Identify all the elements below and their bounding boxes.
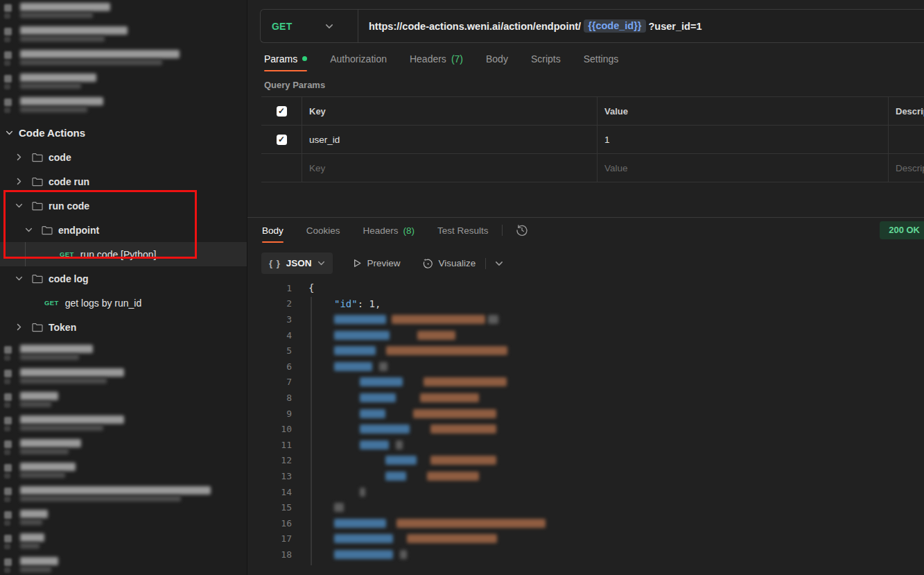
tab-label: Body [262,225,284,236]
redacted-icon [4,417,12,424]
redacted-collection-item[interactable] [3,392,247,415]
visualize-button[interactable]: Visualize [422,258,476,269]
folder-icon [32,153,43,162]
request-get-logs-by-run-id[interactable]: GET get logs by run_id [0,291,247,315]
folder-token[interactable]: Token [0,315,247,339]
redacted-collection-item[interactable] [3,74,247,97]
redacted-json-segment [360,440,389,449]
redacted-json-segment [385,456,417,465]
tab-label: Test Results [437,225,489,236]
tab-label: Cookies [306,225,340,236]
folder-code-run[interactable]: code run [0,169,247,194]
tab-settings[interactable]: Settings [584,46,619,71]
preview-button[interactable]: Preview [353,258,401,268]
divider [485,258,486,269]
response-json-line: 18 [247,547,924,563]
tab-headers[interactable]: Headers (7) [410,46,463,71]
line-number: 16 [247,518,292,529]
redacted-collection-item[interactable] [3,415,247,439]
method-badge: GET [60,250,74,258]
tab-authorization[interactable]: Authorization [330,46,387,71]
line-number: 17 [247,533,292,544]
line-number: 6 [247,361,292,372]
redacted-json-segment [334,346,376,355]
redacted-collection-item[interactable] [3,486,247,510]
redacted-icon [4,98,12,106]
chevron-down-icon[interactable] [25,226,33,234]
tab-label: Headers [410,53,446,65]
chevron-down-icon[interactable] [15,202,23,209]
folder-label: code [49,152,71,163]
collection-code-actions[interactable]: Code Actions [0,121,247,145]
new-param-value-input[interactable] [604,163,888,173]
redacted-json-segment [430,456,496,465]
chevron-right-icon[interactable] [15,153,23,161]
redacted-json-segment [334,331,390,340]
url-variable-chip[interactable]: {{code_id}} [584,19,645,33]
new-param-description-input[interactable] [896,163,924,173]
redacted-icon [4,535,12,542]
line-number: 15 [247,502,292,513]
response-json-viewer[interactable]: 1{2"id": 1,3456789101112131415161718 [247,280,924,565]
tab-test-results[interactable]: Test Results [437,218,489,243]
redacted-json-segment [334,519,386,528]
chevron-right-icon[interactable] [15,178,23,185]
format-dropdown[interactable]: { } JSON [261,252,333,274]
format-label: JSON [286,258,312,268]
tab-scripts[interactable]: Scripts [531,46,561,71]
redacted-collection-item[interactable] [3,439,247,463]
redacted-icon [4,558,12,566]
method-dropdown[interactable]: GET [261,10,358,42]
chevron-down-icon[interactable] [495,259,503,268]
folder-endpoint[interactable]: endpoint [0,218,247,242]
method-badge: GET [44,299,59,307]
redacted-collection-item[interactable] [3,26,247,50]
table-empty-row [261,154,924,182]
redacted-json-segment [488,315,498,324]
tab-response-headers[interactable]: Headers (8) [363,218,415,243]
line-number: 9 [247,409,292,419]
redacted-icon [4,370,12,377]
preview-label: Preview [367,258,401,268]
chevron-down-icon[interactable] [6,129,13,137]
response-history-icon[interactable] [516,224,528,237]
line-number: 3 [247,314,292,325]
folder-code-log[interactable]: code log [0,266,247,291]
param-key-cell[interactable]: user_id [302,126,597,153]
folder-icon [32,201,43,211]
tab-params[interactable]: Params [264,46,307,71]
request-run-code-python[interactable]: GET run code [Python] [0,242,247,266]
folder-code[interactable]: code [0,145,247,169]
redacted-json-segment [334,503,344,512]
url-input[interactable]: https://code-actions.weni.ai/action/endp… [369,19,701,33]
select-all-checkbox[interactable]: ✓ [277,106,287,117]
redacted-collection-item[interactable] [3,97,247,121]
chevron-right-icon[interactable] [15,323,23,331]
redacted-collection-item[interactable] [3,50,247,74]
response-json-line: 17 [247,531,924,547]
chevron-down-icon[interactable] [15,275,23,282]
tab-response-cookies[interactable]: Cookies [306,218,340,243]
folder-run-code[interactable]: run code [0,194,247,218]
line-number: 1 [247,283,292,293]
redacted-collection-item[interactable] [3,557,247,575]
folder-label: code run [49,176,89,187]
redacted-collection-item[interactable] [3,345,247,368]
tab-response-body[interactable]: Body [262,218,284,243]
redacted-collection-item[interactable] [3,510,247,533]
redacted-collection-item[interactable] [3,3,247,26]
request-tabs: Params Authorization Headers (7) Body Sc… [247,46,924,71]
redacted-collection-item[interactable] [3,463,247,486]
row-checkbox[interactable]: ✓ [277,135,287,145]
redacted-icon [4,488,12,495]
new-param-key-input[interactable] [309,163,597,173]
param-description-cell[interactable] [888,126,924,153]
redacted-collections-top [0,0,247,121]
redacted-collection-item[interactable] [3,368,247,392]
tab-label: Settings [584,53,619,65]
tab-body[interactable]: Body [486,46,508,71]
param-value-cell[interactable]: 1 [597,126,888,153]
redacted-collection-item[interactable] [3,533,247,557]
redacted-json-segment [360,424,410,434]
status-badge: 200 OK [880,221,924,239]
